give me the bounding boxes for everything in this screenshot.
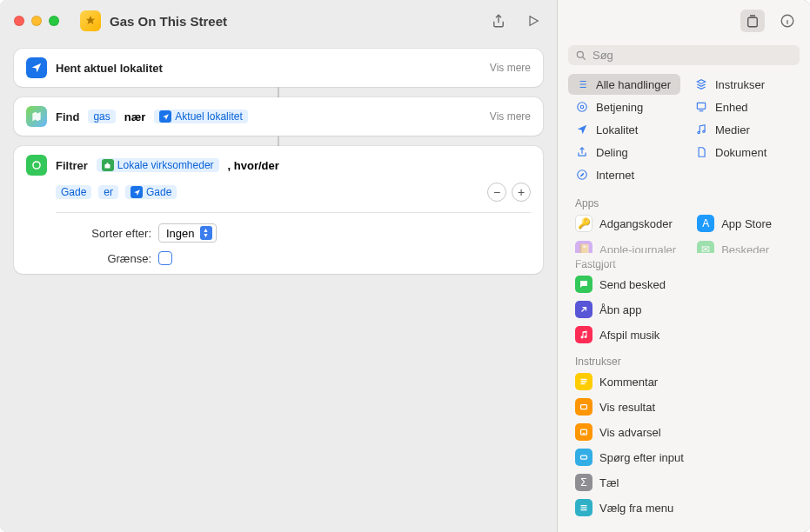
svg-rect-14 [581, 456, 587, 459]
action-show-alert[interactable]: Vis advarsel [568, 420, 800, 444]
nav-arrow-icon [159, 110, 171, 123]
category-all-actions[interactable]: Alle handlinger [568, 74, 680, 95]
add-condition-button[interactable]: + [512, 183, 531, 202]
svg-point-6 [580, 105, 584, 109]
remove-condition-button[interactable]: − [487, 183, 506, 202]
search-placeholder: Søg [592, 49, 613, 62]
sort-select[interactable]: Ingen ▲▼ [158, 223, 217, 243]
category-device[interactable]: Enhed [687, 96, 800, 117]
pinned-open-app[interactable]: Åbn app [568, 297, 800, 322]
show-more-link[interactable]: Vis mere [490, 110, 531, 123]
zoom-window-button[interactable] [49, 16, 59, 26]
business-icon [102, 159, 114, 171]
messages-icon: ✉ [697, 241, 714, 253]
app-passwords[interactable]: 🔑Adgangskoder [568, 211, 683, 236]
stack-icon [694, 77, 708, 91]
category-scripting[interactable]: Instrukser [687, 74, 800, 95]
app-appstore[interactable]: AApp Store [690, 211, 800, 236]
svg-point-7 [578, 103, 587, 112]
show-more-link[interactable]: Vis mere [490, 62, 531, 74]
category-document[interactable]: Dokument [687, 142, 800, 163]
library-sidebar: Søg Alle handlinger Instrukser Betjening… [558, 0, 810, 532]
close-window-button[interactable] [14, 16, 24, 26]
search-field[interactable]: Søg [568, 45, 800, 65]
action-filter[interactable]: Filtrer Lokale virksomheder , hvor/der G… [14, 146, 543, 274]
action-ask-input[interactable]: Spørg efter input [568, 445, 800, 469]
location-variable-token[interactable]: Aktuel lokalitet [154, 110, 247, 123]
share-button[interactable] [489, 11, 508, 30]
info-tab-button[interactable] [775, 10, 800, 32]
music-icon [694, 123, 708, 136]
action-choose-menu[interactable]: Vælg fra menu [568, 495, 800, 520]
category-control[interactable]: Betjening [568, 96, 680, 117]
location-icon [26, 57, 47, 78]
messages-icon [575, 276, 592, 293]
action-find-places[interactable]: Find gas nær Aktuel lokalitet Vis mere [14, 97, 543, 136]
shortcut-title[interactable]: Gas On This Street [110, 14, 227, 29]
category-media[interactable]: Medier [687, 119, 800, 140]
action-show-result[interactable]: Vis resultat [568, 395, 800, 419]
category-location[interactable]: Lokalitet [568, 119, 680, 140]
svg-rect-2 [107, 163, 109, 164]
near-label: nær [124, 110, 146, 123]
app-journals[interactable]: 📔Apple-journaler [568, 237, 683, 253]
nav-arrow-icon [131, 186, 143, 198]
share-icon [575, 145, 589, 159]
businesses-variable-token[interactable]: Lokale virksomheder [97, 158, 219, 172]
svg-rect-12 [581, 405, 587, 409]
doc-icon [694, 145, 708, 159]
maps-icon [26, 106, 47, 127]
apps-section-label: Apps [558, 192, 810, 211]
query-token[interactable]: gas [88, 110, 115, 123]
minimize-window-button[interactable] [31, 16, 42, 26]
device-icon [694, 100, 708, 114]
filter-icon [26, 155, 47, 176]
pinned-section-label: Fastgjort [558, 253, 810, 272]
divider [56, 212, 531, 213]
category-grid: Alle handlinger Instrukser Betjening Enh… [558, 74, 810, 192]
svg-point-5 [577, 51, 583, 57]
category-sharing[interactable]: Deling [568, 142, 680, 163]
action-count[interactable]: ΣTæl [568, 470, 800, 495]
actions-scroll[interactable]: Fastgjort Send besked Åbn app Afspil mus… [558, 253, 810, 532]
action-comment[interactable]: Kommentar [568, 369, 800, 394]
safari-icon [575, 168, 589, 182]
filter-prefix: Filtrer [56, 159, 88, 172]
filter-operator-token[interactable]: er [98, 185, 118, 199]
search-icon [575, 50, 587, 62]
apps-list: 🔑Adgangskoder AApp Store 📔Apple-journale… [558, 211, 810, 253]
open-icon [575, 301, 592, 318]
titlebar: Gas On This Street [0, 0, 557, 42]
lines-icon [575, 373, 592, 390]
window-controls [14, 16, 59, 26]
svg-point-9 [698, 131, 700, 133]
app-messages[interactable]: ✉Beskeder [690, 237, 800, 253]
eye-icon [575, 398, 592, 416]
filter-value-token[interactable]: Gade [125, 185, 177, 199]
action-title: Hent aktuel lokalitet [56, 62, 163, 75]
category-internet[interactable]: Internet [568, 164, 680, 185]
music-icon [575, 326, 592, 343]
nav-icon [575, 123, 589, 136]
appstore-icon: A [697, 215, 714, 232]
connector [278, 136, 279, 146]
find-prefix: Find [56, 110, 79, 123]
instr-section-label: Instrukser [558, 350, 810, 369]
shortcut-app-icon [80, 10, 101, 31]
filter-condition-row: Gade er Gade − + [56, 183, 531, 202]
limit-checkbox[interactable] [158, 251, 172, 265]
pinned-play-music[interactable]: Afspil musik [568, 323, 800, 347]
run-button[interactable] [524, 11, 543, 30]
alert-icon [575, 423, 592, 441]
action-get-current-location[interactable]: Hent aktuel lokalitet Vis mere [14, 49, 543, 87]
list-icon [575, 77, 589, 91]
sort-row: Sorter efter: Ingen ▲▼ [56, 223, 531, 243]
filter-field-token[interactable]: Gade [56, 185, 91, 199]
svg-point-0 [33, 162, 40, 169]
connector [278, 87, 279, 97]
remote-icon [575, 100, 589, 114]
pinned-send-message[interactable]: Send besked [568, 272, 800, 296]
library-tab-button[interactable] [740, 10, 765, 32]
book-icon: 📔 [575, 241, 592, 253]
limit-label: Grænse: [56, 252, 151, 265]
